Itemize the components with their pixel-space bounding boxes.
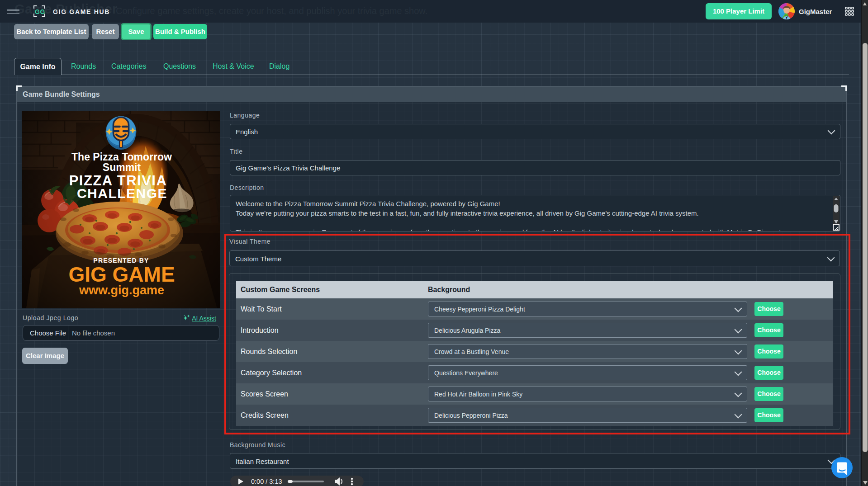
- svg-text:Summit: Summit: [103, 161, 141, 173]
- svg-text:CHALLENGE: CHALLENGE: [77, 186, 167, 201]
- svg-text:GIG GAME: GIG GAME: [68, 263, 175, 286]
- svg-text:www.gig.game: www.gig.game: [79, 283, 164, 297]
- svg-text:0:00 / 3:13: 0:00 / 3:13: [251, 478, 282, 485]
